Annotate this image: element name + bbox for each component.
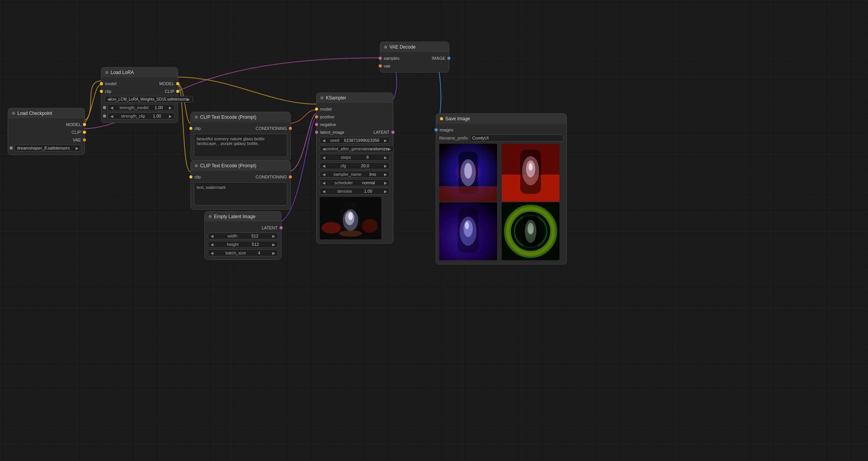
vae-decode-label: VAE Decode [389, 44, 416, 50]
svg-point-7 [322, 222, 341, 234]
clip-output: CLIP [72, 130, 81, 135]
control-after-field[interactable]: ◀ control_after_generate randomize ▶ [320, 145, 394, 152]
model-output-dot[interactable] [83, 123, 86, 126]
images-in-row: images [436, 126, 566, 134]
ckpt-input-dot[interactable] [10, 146, 13, 150]
model-out-dot[interactable] [176, 82, 179, 85]
load-checkpoint-node: Load Checkpoint MODEL CLIP VAE [8, 108, 85, 155]
seed-field[interactable]: ◀ seed 623871999023356 ▶ [320, 137, 390, 144]
lora-name-field[interactable]: ◀ lcm_LCM_LoRA_Weights_SD15.safetensors … [104, 96, 193, 103]
clip-neg-dot[interactable] [189, 175, 192, 178]
images-dot[interactable] [435, 128, 438, 131]
empty-latent-node: Empty Latent Image LATENT ◀ width 512 ▶ … [204, 211, 281, 260]
steps-row: ◀ steps 8 ▶ [317, 153, 393, 162]
positive-prompt-text[interactable]: beautiful scenery nature glass bottle la… [194, 134, 287, 157]
node-dot [384, 45, 387, 49]
filename-prefix-field[interactable]: ComfyUI [470, 135, 563, 141]
latent-out-row: LATENT [205, 224, 281, 232]
vae-in-dot[interactable] [379, 64, 382, 67]
positive-dot[interactable] [315, 115, 318, 118]
control-after-label: control_after_generate [325, 146, 368, 151]
node-dot [209, 215, 212, 218]
height-value: 512 [252, 242, 259, 247]
sampler-name-row: ◀ sampler_name lms ▶ [317, 170, 393, 178]
svg-point-22 [529, 163, 533, 171]
clip-out: CLIP [165, 89, 175, 94]
denoise-slider[interactable]: ◀ denoise 1.00 ▶ [320, 188, 390, 195]
model-input-dot[interactable] [100, 82, 103, 85]
latent-out: LATENT [262, 225, 278, 230]
cfg-row: ◀ cfg 20.0 ▶ [317, 162, 393, 170]
clip-input-dot[interactable] [100, 90, 103, 93]
cfg-value: 20.0 [361, 163, 369, 168]
ckpt-name-row: dreamshaper_8.safetensors ▶ [8, 144, 84, 152]
negative-in: negative [320, 122, 336, 127]
vae-output-dot[interactable] [83, 138, 86, 141]
strength-clip-label: strength_clip [121, 114, 145, 118]
load-lora-body: model MODEL clip CLIP ◀ lcm_LCM_LoRA_Wei… [101, 77, 178, 123]
conditioning-out: CONDITIONING [256, 126, 287, 131]
ksampler-title: KSampler [317, 93, 393, 103]
sm-dot[interactable] [103, 106, 106, 109]
sc-dot[interactable] [103, 114, 106, 118]
sampler-name-value: lms [369, 172, 376, 177]
model-in-dot[interactable] [315, 108, 318, 111]
model-input: model [104, 81, 116, 86]
latent-out-dot[interactable] [280, 226, 283, 229]
clip-out-dot[interactable] [176, 90, 179, 93]
sampler-name-field[interactable]: ◀ sampler_name lms ▶ [320, 171, 390, 178]
strength-clip-slider[interactable]: ◀ strength_clip 1.00 ▶ [108, 113, 175, 119]
cfg-label: cfg [340, 163, 346, 168]
height-row: ◀ height 512 ▶ [205, 240, 281, 249]
node-dot [440, 117, 443, 120]
clip-positive-label: CLIP Text Encode (Prompt) [200, 114, 256, 120]
vae-in: vae [383, 64, 391, 68]
neg-cond-dot[interactable] [289, 175, 292, 178]
ckpt-arrow: ▶ [76, 146, 79, 150]
samples-dot[interactable] [379, 57, 382, 60]
lora-name-row: ◀ lcm_LCM_LoRA_Weights_SD15.safetensors … [101, 95, 178, 103]
latent-image-dot[interactable] [315, 131, 318, 134]
negative-dot[interactable] [315, 123, 318, 126]
strength-model-slider[interactable]: ◀ strength_model 1.00 ▶ [108, 104, 175, 111]
cfg-slider[interactable]: ◀ cfg 20.0 ▶ [320, 162, 390, 169]
clip-conditioning-row: clip CONDITIONING [191, 125, 290, 132]
svg-point-28 [465, 222, 469, 229]
clip-input: clip [104, 89, 111, 94]
clip-negative-label: CLIP Text Encode (Prompt) [200, 163, 256, 168]
svg-point-8 [362, 219, 378, 233]
strength-clip-row: ◀ strength_clip 1.00 ▶ [101, 112, 178, 120]
seed-row: ◀ seed 623871999023356 ▶ [317, 136, 393, 145]
node-dot [320, 96, 324, 99]
seed-value: 623871999023356 [344, 138, 379, 143]
svg-point-14 [464, 163, 472, 178]
width-value: 512 [251, 234, 258, 238]
vae-output: VAE [73, 138, 81, 142]
negative-row: negative [317, 121, 393, 128]
clip-in-dot[interactable] [189, 127, 192, 130]
negative-prompt-text[interactable]: text, watermark [194, 182, 287, 205]
ckpt-name-field[interactable]: dreamshaper_8.safetensors ▶ [14, 145, 81, 151]
model-io-row: model MODEL [101, 80, 178, 87]
width-slider[interactable]: ◀ width 512 ▶ [208, 232, 278, 239]
height-slider[interactable]: ◀ height 512 ▶ [208, 241, 278, 248]
vae-decode-body: samples IMAGE vae [380, 52, 449, 72]
vae-decode-title: VAE Decode [380, 42, 449, 52]
clip-output-dot[interactable] [83, 131, 86, 134]
steps-value: 8 [366, 155, 369, 160]
image-out-dot[interactable] [447, 57, 450, 60]
batch-size-slider[interactable]: ◀ batch_size 4 ▶ [208, 249, 278, 256]
svg-rect-15 [439, 186, 497, 202]
preview-image-2 [502, 144, 560, 202]
ksampler-label: KSampler [326, 95, 346, 101]
vae-decode-node: VAE Decode samples IMAGE vae [380, 42, 449, 72]
ckpt-name-value: dreamshaper_8.safetensors [17, 146, 70, 150]
clip-encode-positive-node: CLIP Text Encode (Prompt) clip CONDITION… [190, 112, 291, 161]
steps-slider[interactable]: ◀ steps 8 ▶ [320, 154, 390, 161]
clip-positive-title: CLIP Text Encode (Prompt) [191, 112, 290, 122]
cond-out-dot[interactable] [289, 127, 292, 130]
scheduler-field[interactable]: ◀ scheduler normal ▶ [320, 179, 390, 186]
ksampler-node: KSampler model positive negative latent_… [316, 93, 393, 244]
svg-point-6 [348, 212, 353, 220]
latent-kout-dot[interactable] [391, 131, 394, 134]
